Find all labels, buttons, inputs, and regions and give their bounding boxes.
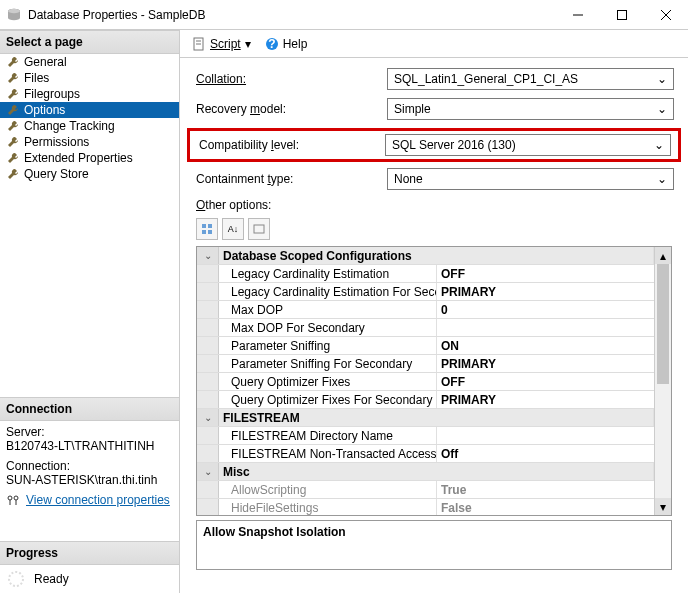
recovery-combo[interactable]: Simple⌄ [387,98,674,120]
grid-category[interactable]: ⌄FILESTREAM [197,409,654,427]
prop-name: AllowScripting [219,481,437,498]
svg-point-10 [9,572,23,586]
page-nav-item[interactable]: Change Tracking [0,118,179,134]
view-connection-link[interactable]: View connection properties [26,493,170,507]
grid-row[interactable]: Parameter SniffingON [197,337,654,355]
nav-label: Extended Properties [24,151,133,165]
prop-value[interactable] [437,427,654,444]
recovery-label: Recovery model: [192,102,387,116]
connection-header: Connection [0,397,179,421]
prop-value[interactable]: PRIMARY [437,283,654,300]
svg-rect-16 [202,224,206,228]
grid-scrollbar[interactable]: ▴ ▾ [654,247,671,515]
alphabetical-button[interactable]: A↓ [222,218,244,240]
description-box: Allow Snapshot Isolation [196,520,672,570]
grid-row[interactable]: Legacy Cardinality EstimationOFF [197,265,654,283]
prop-value[interactable]: Off [437,445,654,462]
prop-name: Query Optimizer Fixes For Secondary [219,391,437,408]
prop-value[interactable]: 0 [437,301,654,318]
grid-category[interactable]: ⌄Misc [197,463,654,481]
nav-label: Query Store [24,167,89,181]
collapse-icon[interactable]: ⌄ [197,463,219,480]
wrench-icon [6,119,20,133]
grid-row[interactable]: HideFileSettingsFalse [197,499,654,515]
collation-combo[interactable]: SQL_Latin1_General_CP1_CI_AS⌄ [387,68,674,90]
wrench-icon [6,135,20,149]
options-form: Collation: SQL_Latin1_General_CP1_CI_AS⌄… [180,58,688,574]
nav-label: Options [24,103,65,117]
progress-header: Progress [0,541,179,565]
grid-row[interactable]: Legacy Cardinality Estimation For Second… [197,283,654,301]
close-button[interactable] [644,0,688,30]
chevron-down-icon: ⌄ [657,172,667,186]
grid-row[interactable]: FILESTREAM Non-Transacted AccessOff [197,445,654,463]
svg-rect-3 [618,10,627,19]
window-title: Database Properties - SampleDB [28,8,556,22]
scroll-thumb[interactable] [657,264,669,384]
compatibility-row-highlight: Compatibility level: SQL Server 2016 (13… [187,128,681,162]
progress-spinner-icon [6,569,26,589]
grid-row[interactable]: Query Optimizer Fixes For SecondaryPRIMA… [197,391,654,409]
scroll-down-icon[interactable]: ▾ [655,498,671,515]
other-options-label: Other options: [196,198,676,212]
scroll-up-icon[interactable]: ▴ [655,247,671,264]
grid-row[interactable]: Query Optimizer FixesOFF [197,373,654,391]
page-nav-item[interactable]: Options [0,102,179,118]
svg-rect-20 [254,225,264,233]
grid-row[interactable]: Parameter Sniffing For SecondaryPRIMARY [197,355,654,373]
nav-label: Filegroups [24,87,80,101]
script-button[interactable]: Script ▾ [188,35,255,53]
toolbar: Script ▾ ? Help [180,30,688,58]
collation-label: Collation: [192,72,387,86]
maximize-button[interactable] [600,0,644,30]
grid-row[interactable]: Max DOP For Secondary [197,319,654,337]
prop-value[interactable]: ON [437,337,654,354]
dropdown-caret-icon: ▾ [245,37,251,51]
compatibility-label: Compatibility level: [190,138,385,152]
page-nav-list: GeneralFilesFilegroupsOptionsChange Trac… [0,54,179,182]
property-pages-button[interactable] [248,218,270,240]
grid-category[interactable]: ⌄Database Scoped Configurations [197,247,654,265]
prop-value[interactable]: OFF [437,373,654,390]
progress-status: Ready [34,572,69,586]
page-nav-item[interactable]: Extended Properties [0,150,179,166]
script-icon [192,37,206,51]
prop-name: Max DOP [219,301,437,318]
page-nav-item[interactable]: Permissions [0,134,179,150]
minimize-button[interactable] [556,0,600,30]
containment-combo[interactable]: None⌄ [387,168,674,190]
grid-row[interactable]: FILESTREAM Directory Name [197,427,654,445]
grid-row[interactable]: AllowScriptingTrue [197,481,654,499]
collapse-icon[interactable]: ⌄ [197,247,219,264]
prop-value[interactable]: OFF [437,265,654,282]
page-nav-item[interactable]: Files [0,70,179,86]
left-panel: Select a page GeneralFilesFilegroupsOpti… [0,30,180,593]
help-icon: ? [265,37,279,51]
prop-value[interactable]: PRIMARY [437,355,654,372]
prop-value[interactable]: True [437,481,654,498]
wrench-icon [6,87,20,101]
wrench-icon [6,151,20,165]
help-button[interactable]: ? Help [261,35,312,53]
page-nav-item[interactable]: Query Store [0,166,179,182]
compatibility-combo[interactable]: SQL Server 2016 (130)⌄ [385,134,671,156]
svg-rect-18 [202,230,206,234]
wrench-icon [6,103,20,117]
chevron-down-icon: ⌄ [657,102,667,116]
right-panel: Script ▾ ? Help Collation: SQL_Latin1_Ge… [180,30,688,593]
categorized-button[interactable] [196,218,218,240]
property-grid[interactable]: ⌄Database Scoped ConfigurationsLegacy Ca… [196,246,672,516]
category-name: Misc [219,463,654,480]
page-nav-item[interactable]: General [0,54,179,70]
database-icon [6,7,22,23]
grid-row[interactable]: Max DOP0 [197,301,654,319]
prop-value[interactable]: PRIMARY [437,391,654,408]
prop-name: FILESTREAM Directory Name [219,427,437,444]
prop-name: Parameter Sniffing [219,337,437,354]
collapse-icon[interactable]: ⌄ [197,409,219,426]
page-nav-item[interactable]: Filegroups [0,86,179,102]
prop-value[interactable] [437,319,654,336]
svg-point-6 [8,496,12,500]
svg-rect-19 [208,230,212,234]
prop-value[interactable]: False [437,499,654,515]
